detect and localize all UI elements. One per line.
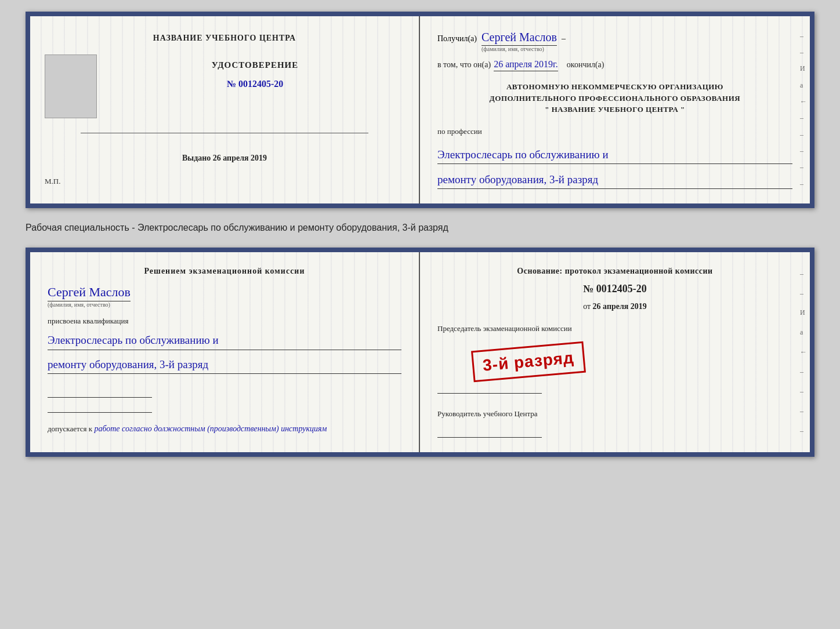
doc2-date-value: 26 апреля 2019 [593, 302, 647, 311]
date-prefix: в том, что он(а) [437, 60, 491, 70]
date-line: в том, что он(а) 26 апреля 2019г. окончи… [437, 59, 792, 71]
cert-issued: Выдано 26 апреля 2019 [182, 154, 267, 163]
date-from-prefix: от [583, 302, 591, 311]
document-2: Решением экзаменационной комиссии Сергей… [26, 248, 814, 457]
doc2-mark-dash-3: – [800, 368, 807, 376]
doc2-profession-line2: ремонту оборудования, 3-й разряд [48, 356, 401, 374]
stamp-area: 3-й разряд [437, 343, 792, 377]
allowed-text: работе согласно должностным (производств… [94, 424, 327, 433]
mark-arrow: ← [800, 97, 807, 106]
issued-label: Выдано [182, 154, 211, 162]
received-line: Получил(а) Сергей Маслов (фамилия, имя, … [437, 31, 792, 52]
sign-lines [48, 386, 401, 413]
right-edge-marks: – – И а ← – – – – – [800, 16, 807, 203]
doc2-right-marks: – – И а ← – – – – [800, 252, 807, 452]
decision-title: Решением экзаменационной комиссии [48, 267, 401, 276]
dash: – [562, 34, 566, 43]
doc2-mark-dash-4: – [800, 387, 807, 396]
org-line2: ДОПОЛНИТЕЛЬНОГО ПРОФЕССИОНАЛЬНОГО ОБРАЗО… [437, 93, 792, 104]
name-sublabel-2: (фамилия, имя, отчество) [48, 301, 110, 308]
document-1: НАЗВАНИЕ УЧЕБНОГО ЦЕНТРА УДОСТОВЕРЕНИЕ №… [26, 12, 814, 208]
recipient-name-block: Сергей Маслов (фамилия, имя, отчество) [481, 31, 557, 52]
stamp: 3-й разряд [471, 341, 586, 383]
allowed-prefix: допускается к [48, 424, 92, 433]
person-name: Сергей Маслов [48, 285, 131, 301]
doc2-cert-number: № 0012405-20 [437, 283, 792, 295]
mark-dash-7: – [800, 180, 807, 188]
profession-label: по профессии [437, 127, 792, 136]
org-block: АВТОНОМНУЮ НЕКОММЕРЧЕСКУЮ ОРГАНИЗАЦИЮ ДО… [437, 81, 792, 115]
mark-letter-a: а [800, 81, 807, 90]
chairman-text: Председатель экзаменационной комиссии [437, 324, 792, 333]
name-sublabel: (фамилия, имя, отчество) [481, 46, 544, 52]
doc2-sign-line-1 [437, 393, 542, 394]
sign-line-1 [48, 397, 152, 398]
doc2-mark-a: а [800, 328, 807, 337]
line-separator-1 [81, 133, 368, 133]
doc2-left-panel: Решением экзаменационной комиссии Сергей… [30, 252, 420, 452]
doc1-center-title: НАЗВАНИЕ УЧЕБНОГО ЦЕНТРА [153, 34, 296, 43]
mark-letter-i: И [800, 64, 807, 73]
photo-placeholder [45, 54, 97, 118]
doc2-right-panel: Основание: протокол экзаменационной коми… [420, 252, 810, 452]
doc2-date-line: от 26 апреля 2019 [437, 302, 792, 311]
mp-label: М.П. [45, 177, 60, 186]
doc2-profession-line1: Электрослесарь по обслуживанию и [48, 332, 401, 350]
mark-dash-6: – [800, 163, 807, 172]
issued-date: 26 апреля 2019 [213, 154, 267, 162]
doc2-mark-i: И [800, 308, 807, 317]
cert-number: № 0012405-20 [227, 79, 283, 89]
doc2-sign-line-2 [437, 437, 542, 438]
profession-line2: ремонту оборудования, 3-й разряд [437, 171, 792, 189]
mark-dash-5: – [800, 147, 807, 155]
org-line3: " НАЗВАНИЕ УЧЕБНОГО ЦЕНТРА " [437, 104, 792, 115]
doc2-mark-dash-5: – [800, 407, 807, 416]
cert-title: УДОСТОВЕРЕНИЕ [212, 60, 299, 70]
doc2-mark-dash-6: – [800, 427, 807, 435]
date-value: 26 апреля 2019г. [494, 59, 558, 71]
received-label: Получил(а) [437, 34, 477, 43]
doc2-mark-arrow: ← [800, 348, 807, 357]
allowed-text-block: допускается к работе согласно должностны… [48, 424, 401, 434]
basis-text: Основание: протокол экзаменационной коми… [437, 267, 792, 276]
doc2-mark-dash-1: – [800, 270, 807, 278]
doc1-right-panel: Получил(а) Сергей Маслов (фамилия, имя, … [420, 16, 810, 203]
head-text: Руководитель учебного Центра [437, 409, 792, 419]
between-text: Рабочая специальность - Электрослесарь п… [26, 220, 814, 236]
doc2-mark-dash-2: – [800, 289, 807, 298]
mark-dash-2: – [800, 48, 807, 57]
person-name-block: Сергей Маслов (фамилия, имя, отчество) [48, 282, 401, 308]
mark-dash-1: – [800, 32, 807, 41]
recipient-name: Сергей Маслов [481, 31, 557, 46]
profession-line1: Электрослесарь по обслуживанию и [437, 146, 792, 164]
finished-label: окончил(а) [567, 60, 604, 70]
org-line1: АВТОНОМНУЮ НЕКОММЕРЧЕСКУЮ ОРГАНИЗАЦИЮ [437, 81, 792, 93]
assigned-label: присвоена квалификация [48, 317, 401, 326]
sign-line-2 [48, 412, 152, 413]
doc1-left-panel: НАЗВАНИЕ УЧЕБНОГО ЦЕНТРА УДОСТОВЕРЕНИЕ №… [30, 16, 420, 203]
mark-dash-3: – [800, 114, 807, 122]
mark-dash-4: – [800, 130, 807, 139]
